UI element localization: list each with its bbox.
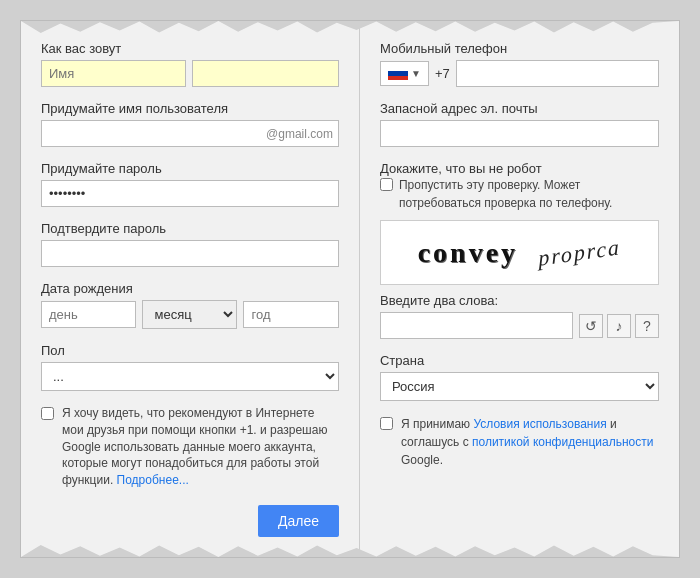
captcha-enter-label: Введите два слова: [380,293,659,308]
birth-label: Дата рождения [41,281,339,296]
email-group: Запасной адрес эл. почты [380,101,659,147]
terms-checkbox[interactable] [380,417,393,430]
captcha-image-area: convey proprca [380,220,659,285]
flag-selector[interactable]: ▼ [380,61,429,86]
password-label: Придумайте пароль [41,161,339,176]
birth-group: Дата рождения месяц Январь Февраль Март … [41,281,339,329]
confirm-group: Подтвердите пароль [41,221,339,267]
captcha-section-title: Докажите, что вы не робот [380,161,542,176]
gender-label: Пол [41,343,339,358]
social-checkbox-text: Я хочу видеть, что рекомендуют в Интерне… [62,405,339,489]
agree-text-before: Я принимаю [401,417,473,431]
russia-flag-icon [388,67,408,80]
phone-label: Мобильный телефон [380,41,659,56]
username-wrap: @gmail.com [41,120,339,147]
terms-agree-row: Я принимаю Условия использования и согла… [380,415,659,469]
last-name-input[interactable] [192,60,339,87]
captcha-word1: convey [418,237,518,269]
birth-row: месяц Январь Февраль Март Апрель Май Июн… [41,300,339,329]
name-group: Как вас зовут [41,41,339,87]
right-panel: Мобильный телефон ▼ +7 Запасной адрес эл… [360,21,679,557]
dropdown-arrow-icon: ▼ [411,68,421,79]
birth-month-select[interactable]: месяц Январь Февраль Март Апрель Май Июн… [142,300,237,329]
birth-day-input[interactable] [41,301,136,328]
gender-group: Пол ... Мужской Женский Другой [41,343,339,391]
country-group: Страна Россия США Германия Франция [380,353,659,401]
name-row [41,60,339,87]
phone-group: Мобильный телефон ▼ +7 [380,41,659,87]
captcha-input-row: ↺ ♪ ? [380,312,659,339]
privacy-link[interactable]: политикой конфиденциальности [472,435,653,449]
captcha-input[interactable] [380,312,573,339]
social-checkbox[interactable] [41,407,54,420]
first-name-input[interactable] [41,60,186,87]
captcha-icons: ↺ ♪ ? [579,314,659,338]
birth-year-input[interactable] [243,301,338,328]
username-group: Придумайте имя пользователя @gmail.com [41,101,339,147]
left-panel: Как вас зовут Придумайте имя пользовател… [21,21,360,557]
captcha-skip-row: Пропустить эту проверку. Может потребова… [380,176,659,212]
captcha-group: Докажите, что вы не робот Пропустить эту… [380,161,659,339]
agree-text-after: Google. [401,453,443,467]
terms-link[interactable]: Условия использования [473,417,606,431]
password-input[interactable] [41,180,339,207]
country-select[interactable]: Россия США Германия Франция [380,372,659,401]
next-button[interactable]: Далее [258,505,339,537]
more-link[interactable]: Подробнее... [117,473,189,487]
captcha-audio-button[interactable]: ♪ [607,314,631,338]
backup-email-input[interactable] [380,120,659,147]
phone-row: ▼ +7 [380,60,659,87]
name-label: Как вас зовут [41,41,339,56]
gmail-suffix: @gmail.com [266,127,333,141]
password-group: Придумайте пароль [41,161,339,207]
email-label: Запасной адрес эл. почты [380,101,659,116]
confirm-label: Подтвердите пароль [41,221,339,236]
gender-select[interactable]: ... Мужской Женский Другой [41,362,339,391]
captcha-skip-text: Пропустить эту проверку. Может потребова… [399,176,659,212]
social-checkbox-row: Я хочу видеть, что рекомендуют в Интерне… [41,405,339,489]
confirm-input[interactable] [41,240,339,267]
captcha-skip-checkbox[interactable] [380,178,393,191]
captcha-word2: proprca [538,234,622,272]
captcha-help-button[interactable]: ? [635,314,659,338]
phone-input[interactable] [456,60,659,87]
username-label: Придумайте имя пользователя [41,101,339,116]
captcha-refresh-button[interactable]: ↺ [579,314,603,338]
phone-code: +7 [435,66,450,81]
registration-form: Как вас зовут Придумайте имя пользовател… [20,20,680,558]
terms-agree-text: Я принимаю Условия использования и согла… [401,415,659,469]
country-label: Страна [380,353,659,368]
